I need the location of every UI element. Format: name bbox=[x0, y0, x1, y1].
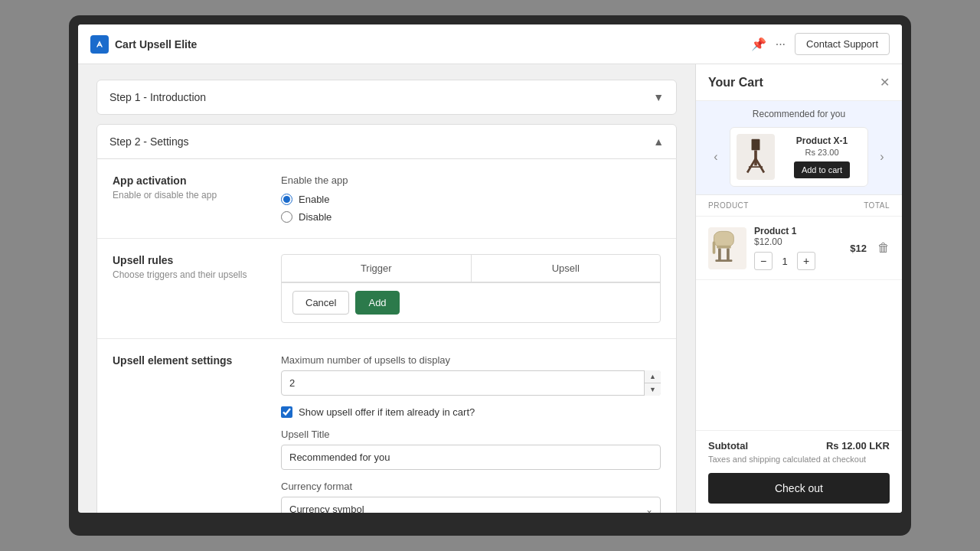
cart-preview-panel: Your Cart ✕ Recommended for you ‹ bbox=[695, 64, 902, 513]
delete-item-icon[interactable]: 🗑 bbox=[877, 241, 890, 255]
step1-label: Step 1 - Introduction bbox=[109, 91, 206, 103]
radio-group: Enable Disable bbox=[281, 194, 661, 223]
number-spinners: ▲ ▼ bbox=[644, 370, 661, 396]
product-card-info: Product X-1 Rs 23.00 Add to cart bbox=[782, 135, 861, 178]
qty-increase-button[interactable]: + bbox=[797, 252, 815, 270]
product-col-label: PRODUCT bbox=[708, 201, 749, 210]
app-activation-desc: Enable or disable the app bbox=[113, 190, 281, 201]
spinner-up-icon[interactable]: ▲ bbox=[645, 370, 661, 383]
upsell-rules-desc: Choose triggers and their upsells bbox=[113, 269, 281, 280]
upsell-title-label: Upsell Title bbox=[281, 429, 661, 440]
subtotal-value: Rs 12.00 LKR bbox=[826, 440, 890, 452]
carousel-next-icon[interactable]: › bbox=[874, 150, 890, 164]
product-card: Product X-1 Rs 23.00 Add to cart bbox=[730, 127, 868, 187]
main-content: Step 1 - Introduction ▼ Step 2 - Setting… bbox=[78, 64, 902, 513]
add-button[interactable]: Add bbox=[355, 291, 399, 315]
subtotal-row: Subtotal Rs 12.00 LKR bbox=[708, 440, 890, 452]
product-thumbnail bbox=[737, 134, 775, 180]
cart-item-details: Product 1 $12.00 − 1 + bbox=[754, 226, 842, 270]
qty-value: 1 bbox=[776, 256, 794, 267]
cart-footer: Subtotal Rs 12.00 LKR Taxes and shipping… bbox=[696, 430, 902, 513]
radio-disable[interactable]: Disable bbox=[281, 211, 661, 223]
max-upsells-wrapper: ▲ ▼ bbox=[281, 370, 661, 396]
max-upsells-group: Maximum number of upsells to display ▲ ▼ bbox=[281, 354, 661, 396]
upsell-element-section: Upsell element settings Maximum number o… bbox=[97, 339, 676, 513]
cart-close-icon[interactable]: ✕ bbox=[880, 75, 890, 90]
svg-rect-1 bbox=[754, 150, 757, 165]
upsell-rules-title: Upsell rules bbox=[113, 254, 281, 266]
total-col-label: TOTAL bbox=[864, 201, 890, 210]
max-upsells-label: Maximum number of upsells to display bbox=[281, 354, 661, 366]
chair-image bbox=[710, 228, 745, 268]
step2-label: Step 2 - Settings bbox=[109, 135, 189, 148]
radio-enable-label: Enable bbox=[299, 194, 329, 205]
cart-items-header: PRODUCT TOTAL bbox=[696, 195, 902, 217]
cancel-button[interactable]: Cancel bbox=[292, 291, 349, 315]
cart-items-section: PRODUCT TOTAL bbox=[696, 195, 902, 430]
step1-header[interactable]: Step 1 - Introduction ▼ bbox=[96, 80, 677, 115]
cart-title: Your Cart bbox=[708, 76, 763, 90]
currency-select-wrapper: Currency symbol Currency code None ⌄ bbox=[281, 497, 661, 513]
top-bar: Cart Upsell Elite 📌 ··· Contact Support bbox=[78, 24, 902, 64]
rules-actions: Cancel Add bbox=[282, 282, 660, 322]
cart-item-price: $12.00 bbox=[754, 236, 842, 247]
more-icon[interactable]: ··· bbox=[776, 37, 786, 51]
currency-format-group: Currency format Currency symbol Currency… bbox=[281, 481, 661, 513]
control-label: Enable the app bbox=[281, 174, 661, 186]
step2-header[interactable]: Step 2 - Settings ▲ bbox=[96, 124, 677, 159]
currency-format-select[interactable]: Currency symbol Currency code None bbox=[281, 497, 661, 513]
top-bar-right: 📌 ··· Contact Support bbox=[751, 33, 890, 55]
step1-chevron-down-icon: ▼ bbox=[653, 91, 664, 103]
element-control: Maximum number of upsells to display ▲ ▼ bbox=[281, 354, 661, 513]
cart-container: Your Cart ✕ Recommended for you ‹ bbox=[696, 64, 902, 513]
radio-enable-input[interactable] bbox=[281, 194, 292, 205]
pin-icon[interactable]: 📌 bbox=[751, 37, 766, 51]
svg-rect-10 bbox=[713, 241, 716, 254]
show-upsell-checkbox[interactable] bbox=[281, 406, 292, 418]
checkout-button[interactable]: Check out bbox=[708, 473, 890, 504]
cart-item-total: $12 bbox=[850, 243, 867, 254]
radio-disable-label: Disable bbox=[299, 211, 332, 223]
radio-disable-input[interactable] bbox=[281, 211, 292, 223]
spinner-down-icon[interactable]: ▼ bbox=[645, 383, 661, 396]
rules-table: Trigger Upsell Cancel Add bbox=[281, 254, 661, 323]
upsell-title-input[interactable] bbox=[281, 445, 661, 470]
show-upsell-label: Show upsell offer if item already in car… bbox=[299, 406, 475, 418]
upsell-title-group: Upsell Title bbox=[281, 429, 661, 470]
qty-decrease-button[interactable]: − bbox=[754, 252, 773, 270]
max-upsells-input[interactable] bbox=[281, 370, 661, 396]
svg-line-3 bbox=[756, 158, 764, 172]
app-activation-title: App activation bbox=[113, 174, 281, 187]
rules-table-header: Trigger Upsell bbox=[282, 255, 660, 282]
recommended-text: Recommended for you bbox=[708, 109, 890, 119]
app-logo: Cart Upsell Elite bbox=[90, 35, 197, 54]
product-card-name: Product X-1 bbox=[782, 135, 861, 146]
add-to-cart-button[interactable]: Add to cart bbox=[794, 161, 850, 178]
upsell-element-label-area: Upsell element settings bbox=[113, 354, 281, 513]
app-activation-section: App activation Enable or disable the app… bbox=[97, 159, 676, 239]
upsell-col-header: Upsell bbox=[472, 255, 661, 282]
svg-rect-6 bbox=[717, 246, 730, 249]
product-card-price: Rs 23.00 bbox=[782, 148, 861, 157]
svg-rect-9 bbox=[715, 259, 732, 262]
cart-item-thumbnail bbox=[708, 227, 746, 269]
subtotal-label: Subtotal bbox=[708, 440, 748, 452]
barstool-image bbox=[741, 138, 770, 176]
step2-chevron-up-icon: ▲ bbox=[653, 135, 664, 148]
upsell-rules-label-area: Upsell rules Choose triggers and their u… bbox=[113, 254, 281, 323]
app-activation-label-area: App activation Enable or disable the app bbox=[113, 174, 281, 223]
trigger-col-header: Trigger bbox=[282, 255, 472, 282]
svg-rect-5 bbox=[714, 231, 734, 246]
contact-support-button[interactable]: Contact Support bbox=[795, 33, 890, 55]
carousel-prev-icon[interactable]: ‹ bbox=[708, 150, 724, 164]
svg-rect-0 bbox=[752, 139, 760, 151]
radio-enable[interactable]: Enable bbox=[281, 194, 661, 205]
app-activation-control: Enable the app Enable Disable bbox=[281, 174, 661, 223]
upsell-rules-section: Upsell rules Choose triggers and their u… bbox=[97, 239, 676, 339]
tax-note: Taxes and shipping calculated at checkou… bbox=[708, 455, 890, 464]
svg-line-2 bbox=[747, 158, 756, 172]
left-panel: Step 1 - Introduction ▼ Step 2 - Setting… bbox=[78, 64, 695, 513]
app-title: Cart Upsell Elite bbox=[115, 38, 197, 51]
svg-rect-7 bbox=[718, 248, 721, 261]
step2-container: Step 2 - Settings ▲ App activation Enabl… bbox=[96, 124, 677, 513]
